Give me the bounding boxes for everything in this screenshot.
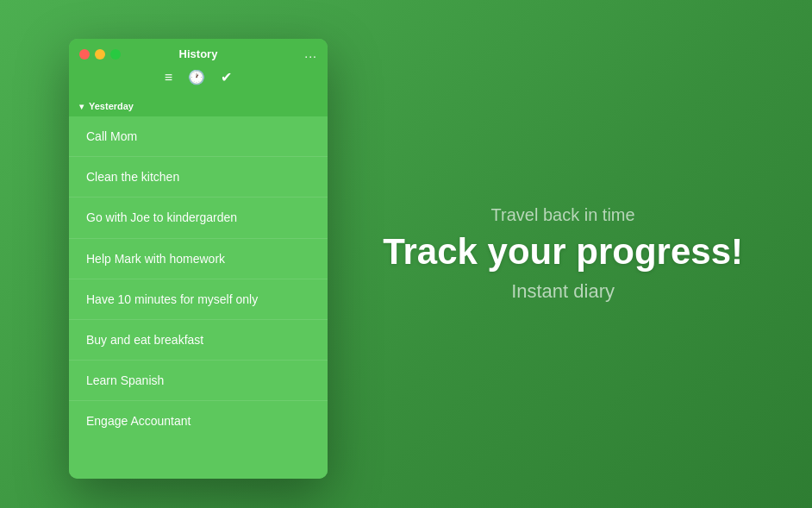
clock-icon[interactable]: 🕐 — [188, 69, 205, 85]
window-menu-dots[interactable]: ··· — [304, 49, 317, 63]
app-window: History ··· ≡ 🕐 ✔ ▾ Yesterday Call MomCl… — [69, 39, 328, 479]
tagline-main: Track your progress! — [383, 232, 743, 272]
right-panel: Travel back in time Track your progress!… — [383, 205, 743, 303]
maximize-button[interactable] — [110, 49, 121, 60]
tagline-top: Travel back in time — [383, 205, 743, 225]
toolbar: ≡ 🕐 ✔ — [165, 66, 232, 91]
task-item[interactable]: Clean the kitchen — [69, 157, 328, 198]
section-header[interactable]: ▾ Yesterday — [69, 96, 328, 116]
task-item[interactable]: Learn Spanish — [69, 361, 328, 401]
list-icon[interactable]: ≡ — [165, 70, 172, 85]
check-icon[interactable]: ✔ — [221, 69, 232, 85]
title-bar: History ··· ≡ 🕐 ✔ — [69, 39, 328, 96]
task-item[interactable]: Go with Joe to kindergarden — [69, 198, 328, 238]
task-item[interactable]: Have 10 minutes for myself only — [69, 279, 328, 320]
traffic-lights — [79, 49, 121, 60]
task-item[interactable]: Call Mom — [69, 116, 328, 157]
minimize-button[interactable] — [95, 49, 105, 60]
task-item[interactable]: Buy and eat breakfast — [69, 320, 328, 361]
section-arrow: ▾ — [79, 102, 84, 111]
task-list: Call MomClean the kitchenGo with Joe to … — [69, 116, 328, 479]
window-title: History — [179, 47, 218, 60]
task-item[interactable]: Engage Accountant — [69, 401, 328, 441]
task-item[interactable]: Help Mark with homework — [69, 239, 328, 279]
tagline-bottom: Instant diary — [383, 280, 743, 303]
section-label: Yesterday — [89, 101, 134, 111]
close-button[interactable] — [79, 49, 90, 60]
